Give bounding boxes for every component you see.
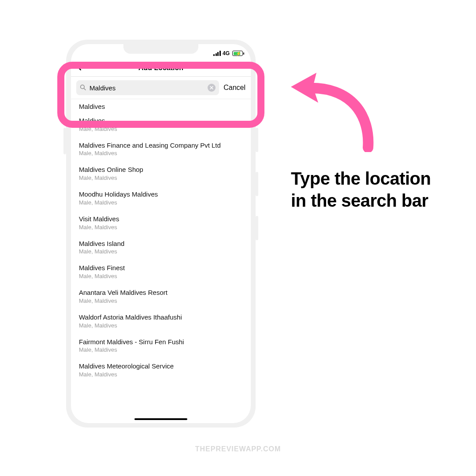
result-subtitle: Male, Maldives (79, 150, 243, 156)
list-item[interactable]: Maldives (71, 99, 251, 112)
list-item[interactable]: Maldives Finest Male, Maldives (71, 259, 251, 284)
result-name: Maldives (79, 103, 243, 111)
phone-side-button (256, 216, 258, 240)
network-label: 4G (223, 50, 230, 56)
chevron-left-icon (76, 63, 82, 71)
search-input[interactable] (89, 84, 204, 92)
result-subtitle: Male, Maldives (79, 273, 243, 279)
list-item[interactable]: Visit Maldives Male, Maldives (71, 210, 251, 235)
list-item[interactable]: Fairmont Maldives - Sirru Fen Fushi Male… (71, 333, 251, 358)
home-indicator[interactable] (134, 418, 187, 420)
result-name: Maldives (79, 117, 243, 125)
list-item[interactable]: Maldives Online Shop Male, Maldives (71, 161, 251, 186)
page-title: Add Location (138, 64, 183, 72)
search-field[interactable] (76, 80, 219, 95)
result-name: Anantara Veli Maldives Resort (79, 289, 243, 297)
list-item[interactable]: Waldorf Astoria Maldives Ithaafushi Male… (71, 309, 251, 333)
result-name: Waldorf Astoria Maldives Ithaafushi (79, 313, 243, 322)
list-item[interactable]: Maldives Finance and Leasing Company Pvt… (71, 137, 251, 161)
result-name: Maldives Island (79, 240, 243, 248)
watermark: THEPREVIEWAPP.COM (0, 445, 476, 453)
result-name: Visit Maldives (79, 215, 243, 223)
search-row: Cancel (71, 77, 251, 99)
result-subtitle: Male, Maldives (79, 224, 243, 231)
phone-side-button (63, 128, 66, 154)
result-name: Maldives Finance and Leasing Company Pvt… (79, 141, 243, 150)
phone-notch (123, 44, 198, 54)
phone-side-button (256, 172, 258, 196)
back-button[interactable] (76, 63, 82, 73)
result-subtitle: Male, Maldives (79, 175, 243, 181)
result-subtitle: Male, Maldives (79, 248, 243, 255)
result-name: Moodhu Holidays Maldives (79, 190, 243, 199)
result-name: Maldives Meteorological Service (79, 362, 243, 371)
result-subtitle: Male, Maldives (79, 298, 243, 304)
result-subtitle: Male, Maldives (79, 346, 243, 353)
svg-line-1 (84, 88, 86, 90)
result-name: Fairmont Maldives - Sirru Fen Fushi (79, 338, 243, 346)
result-name: Maldives Online Shop (79, 166, 243, 174)
nav-header: Add Location (71, 59, 251, 77)
cellular-signal-icon (213, 51, 221, 56)
cancel-button[interactable]: Cancel (223, 84, 245, 92)
instruction-caption: Type the location in the search bar (291, 167, 450, 212)
phone-screen: 4G ⚡ Add Location (71, 44, 251, 423)
phone-side-button (256, 128, 258, 152)
close-icon (210, 86, 213, 89)
battery-icon: ⚡ (232, 51, 243, 56)
phone-frame: 4G ⚡ Add Location (66, 40, 256, 428)
list-item[interactable]: Moodhu Holidays Maldives Male, Maldives (71, 186, 251, 210)
result-subtitle: Male, Maldives (79, 126, 243, 132)
arrow-annotation-icon (282, 68, 379, 152)
clear-search-button[interactable] (208, 84, 216, 92)
result-subtitle: Male, Maldives (79, 322, 243, 329)
result-subtitle: Male, Maldives (79, 199, 243, 206)
list-item[interactable]: Maldives Male, Maldives (71, 112, 251, 137)
list-item[interactable]: Maldives Island Male, Maldives (71, 235, 251, 260)
list-item[interactable]: Maldives Meteorological Service Male, Ma… (71, 357, 251, 382)
results-list[interactable]: Maldives Maldives Male, Maldives Maldive… (71, 99, 251, 423)
result-name: Maldives Finest (79, 264, 243, 272)
list-item[interactable]: Anantara Veli Maldives Resort Male, Mald… (71, 284, 251, 309)
result-subtitle: Male, Maldives (79, 371, 243, 378)
search-icon (80, 84, 86, 92)
